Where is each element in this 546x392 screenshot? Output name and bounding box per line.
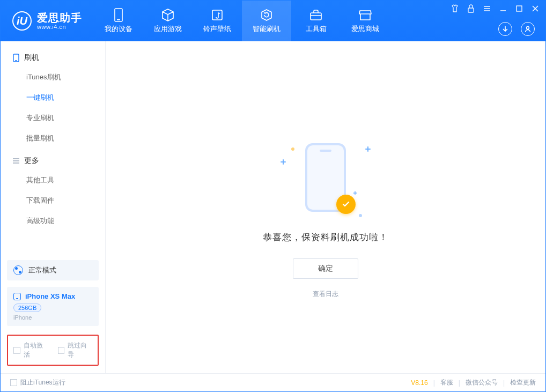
tab-label: 铃声壁纸 — [203, 24, 231, 34]
tab-apps-games[interactable]: 应用游戏 — [143, 1, 193, 41]
list-icon — [12, 157, 20, 165]
mode-card[interactable]: 正常模式 — [7, 260, 99, 280]
music-icon — [210, 8, 224, 22]
svg-rect-4 — [468, 8, 474, 12]
checkbox-label: 跳过向导 — [68, 341, 92, 359]
svg-rect-3 — [311, 13, 321, 20]
brand-logo-icon: iU — [12, 11, 32, 31]
checkbox-icon — [13, 347, 20, 354]
device-storage-badge: 256GB — [13, 304, 41, 312]
footer: 阻止iTunes运行 V8.16 | 客服 | 微信公众号 | 检查更新 — [1, 373, 545, 391]
window-controls — [450, 4, 540, 13]
ok-button[interactable]: 确定 — [293, 258, 358, 279]
app-header: iU 爱思助手 www.i4.cn 我的设备 应用游戏 铃声壁纸 智能刷机 工具… — [1, 1, 545, 41]
tab-smart-flash[interactable]: 智能刷机 — [242, 1, 291, 41]
download-icon[interactable] — [498, 22, 512, 36]
svg-rect-5 — [517, 6, 522, 11]
checkbox-skip-guide[interactable]: 跳过向导 — [58, 341, 93, 359]
tab-label: 工具箱 — [306, 24, 327, 34]
toolbox-icon — [309, 8, 323, 22]
sidebar-head-label: 更多 — [24, 156, 39, 166]
device-name: iPhone XS Max — [25, 292, 75, 300]
success-illustration — [277, 143, 374, 218]
checkbox-label: 自动激活 — [24, 341, 48, 359]
svg-rect-8 — [15, 60, 17, 61]
main-content: 恭喜您，保资料刷机成功啦！ 确定 查看日志 — [106, 41, 545, 373]
device-icon — [112, 8, 126, 22]
phone-icon — [12, 54, 20, 62]
footer-link-wechat[interactable]: 微信公众号 — [466, 378, 498, 387]
separator: | — [459, 379, 460, 387]
checkbox-auto-activate[interactable]: 自动激活 — [13, 341, 48, 359]
tab-label: 应用游戏 — [154, 24, 182, 34]
footer-right: V8.16 | 客服 | 微信公众号 | 检查更新 — [411, 378, 536, 387]
sidebar-item-oneclick-flash[interactable]: 一键刷机 — [1, 87, 105, 108]
lock-icon[interactable] — [466, 4, 476, 13]
dot-icon — [291, 147, 294, 151]
device-card[interactable]: iPhone XS Max 256GB iPhone — [7, 287, 99, 326]
refresh-icon — [260, 8, 274, 22]
header-tabs: 我的设备 应用游戏 铃声壁纸 智能刷机 工具箱 爱思商城 — [94, 1, 390, 41]
brand-text: 爱思助手 www.i4.cn — [37, 12, 82, 30]
checkbox-label: 阻止iTunes运行 — [20, 378, 65, 387]
view-log-link[interactable]: 查看日志 — [313, 290, 338, 299]
menu-icon[interactable] — [482, 4, 492, 13]
success-message: 恭喜您，保资料刷机成功啦！ — [263, 231, 388, 243]
mode-label: 正常模式 — [28, 265, 56, 275]
sidebar-item-pro-flash[interactable]: 专业刷机 — [1, 108, 105, 128]
checkbox-block-itunes[interactable]: 阻止iTunes运行 — [10, 378, 65, 387]
app-body: 刷机 iTunes刷机 一键刷机 专业刷机 批量刷机 更多 其他工具 下载固件 … — [1, 41, 545, 373]
sidebar: 刷机 iTunes刷机 一键刷机 专业刷机 批量刷机 更多 其他工具 下载固件 … — [1, 41, 106, 373]
sidebar-item-itunes-flash[interactable]: iTunes刷机 — [1, 67, 105, 87]
user-icon[interactable] — [521, 22, 535, 36]
header-right-icons — [498, 22, 535, 36]
cube-icon — [161, 8, 175, 22]
tab-toolbox[interactable]: 工具箱 — [291, 1, 341, 41]
device-phone-icon — [13, 293, 21, 300]
sidebar-item-batch-flash[interactable]: 批量刷机 — [1, 128, 105, 149]
svg-point-6 — [527, 27, 529, 29]
brand-title: 爱思助手 — [37, 12, 82, 24]
tab-label: 爱思商城 — [351, 24, 379, 34]
sparkle-icon — [365, 146, 371, 152]
checkbox-icon — [58, 347, 65, 354]
tab-ringtones-wallpapers[interactable]: 铃声壁纸 — [193, 1, 242, 41]
device-name-row: iPhone XS Max — [13, 292, 92, 300]
footer-link-support[interactable]: 客服 — [440, 378, 453, 387]
tab-my-device[interactable]: 我的设备 — [94, 1, 143, 41]
sidebar-item-advanced[interactable]: 高级功能 — [1, 211, 105, 231]
mode-icon — [13, 265, 23, 275]
brand-subtitle: www.i4.cn — [37, 24, 82, 30]
checkbox-icon — [10, 379, 17, 386]
sidebar-item-download-firmware[interactable]: 下载固件 — [1, 190, 105, 211]
sparkle-icon — [353, 191, 357, 195]
sidebar-section-more: 更多 其他工具 下载固件 高级功能 — [1, 152, 105, 234]
sidebar-section-flash: 刷机 iTunes刷机 一键刷机 专业刷机 批量刷机 — [1, 49, 105, 152]
shirt-icon[interactable] — [450, 4, 460, 13]
minimize-icon[interactable] — [498, 4, 508, 13]
device-type: iPhone — [13, 314, 92, 321]
sidebar-item-other-tools[interactable]: 其他工具 — [1, 170, 105, 190]
checkmark-badge-icon — [336, 195, 356, 214]
tab-store[interactable]: 爱思商城 — [341, 1, 390, 41]
store-icon — [358, 8, 372, 22]
close-icon[interactable] — [530, 4, 540, 13]
version-label: V8.16 — [411, 379, 427, 387]
svg-rect-1 — [117, 19, 120, 20]
maximize-icon[interactable] — [514, 4, 524, 13]
brand: iU 爱思助手 www.i4.cn — [1, 1, 94, 41]
sidebar-head-flash[interactable]: 刷机 — [1, 49, 105, 67]
sidebar-head-label: 刷机 — [24, 53, 39, 63]
tab-label: 智能刷机 — [253, 24, 281, 34]
highlighted-checkbox-bar: 自动激活 跳过向导 — [7, 335, 99, 366]
sparkle-icon — [281, 159, 286, 165]
separator: | — [433, 379, 435, 387]
dot-icon — [359, 214, 362, 217]
separator: | — [503, 379, 505, 387]
tab-label: 我的设备 — [105, 24, 132, 34]
sidebar-head-more[interactable]: 更多 — [1, 152, 105, 170]
footer-link-update[interactable]: 检查更新 — [510, 378, 536, 387]
